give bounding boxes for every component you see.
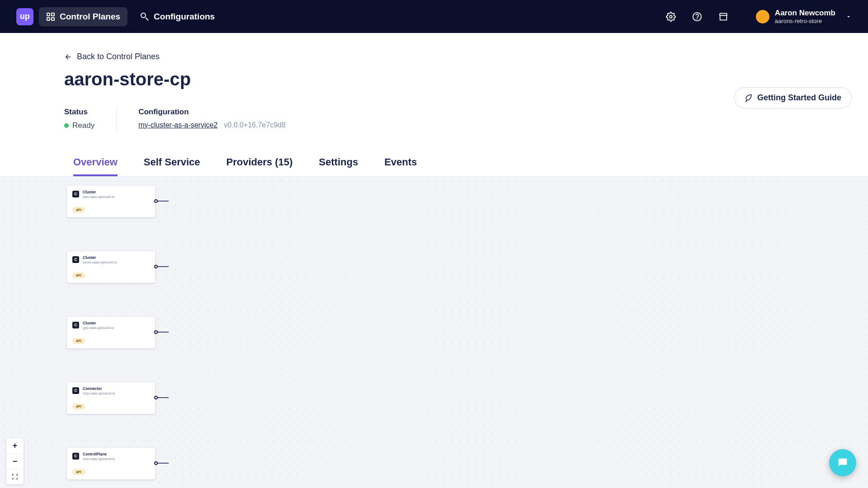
svg-point-5 — [670, 15, 672, 18]
api-badge: API — [72, 469, 85, 475]
configuration-label: Configuration — [138, 108, 286, 117]
node-subtitle: mcp.caas.upbound.io — [83, 391, 115, 395]
nav-configurations[interactable]: Configurations — [133, 7, 222, 26]
node-port-line — [158, 397, 169, 398]
node-port[interactable] — [154, 265, 158, 268]
tab-overview[interactable]: Overview — [73, 156, 118, 176]
settings-gear-icon[interactable] — [662, 8, 680, 26]
node-port-line — [158, 463, 169, 464]
cube-icon: C — [72, 191, 79, 197]
vertical-divider — [116, 108, 117, 133]
tab-self-service[interactable]: Self Service — [144, 156, 200, 176]
user-menu[interactable]: Aaron Newcomb aarons-retro-store — [756, 9, 852, 24]
rocket-icon — [745, 94, 753, 102]
node-port-line — [158, 332, 169, 333]
status-dot-icon — [64, 123, 69, 128]
node-card[interactable]: C Cluster gcp.caas.upbound.io API — [67, 317, 155, 349]
app-logo[interactable]: up — [16, 8, 33, 25]
node-port[interactable] — [154, 461, 158, 465]
chat-icon — [836, 456, 849, 469]
help-icon[interactable] — [688, 8, 706, 26]
nav-control-planes[interactable]: Control Planes — [39, 7, 127, 26]
cube-icon: C — [72, 387, 79, 394]
avatar — [756, 10, 769, 23]
cube-icon: C — [72, 453, 79, 460]
zoom-out-button[interactable]: − — [6, 454, 24, 469]
chevron-down-icon — [845, 14, 852, 20]
app-header: up Control Planes Configurations Aaron N… — [0, 0, 868, 33]
svg-point-4 — [141, 13, 146, 18]
configurations-icon — [140, 12, 149, 21]
status-block: Status Ready — [64, 108, 94, 130]
user-org: aarons-retro-store — [775, 18, 835, 24]
overview-canvas[interactable]: C Cluster aws.caas.upbound.io API C Clus… — [0, 176, 868, 488]
back-link-label: Back to Control Planes — [77, 52, 160, 61]
node-port[interactable] — [154, 330, 158, 334]
node-port[interactable] — [154, 396, 158, 399]
node-port-line — [158, 266, 169, 267]
api-badge: API — [72, 207, 85, 213]
plus-icon: + — [13, 441, 18, 450]
zoom-controls: + − — [6, 438, 24, 484]
zoom-in-button[interactable]: + — [6, 438, 24, 454]
node-title: ControlPlane — [83, 452, 115, 456]
node-subtitle: aws.caas.upbound.io — [83, 195, 114, 199]
configuration-link[interactable]: my-cluster-as-a-service2 — [138, 121, 217, 129]
getting-started-button[interactable]: Getting Started Guide — [734, 87, 852, 108]
fullscreen-button[interactable] — [6, 469, 24, 484]
node-card[interactable]: C Connector mcp.caas.upbound.io API — [67, 382, 155, 414]
cube-icon: C — [72, 322, 79, 328]
nav-configurations-label: Configurations — [154, 12, 215, 22]
node-subtitle: azure.caas.upbound.io — [83, 260, 117, 264]
tab-events[interactable]: Events — [384, 156, 417, 176]
nav-control-planes-label: Control Planes — [60, 12, 120, 22]
cube-icon: C — [72, 256, 79, 263]
fullscreen-icon — [12, 474, 18, 480]
tab-settings[interactable]: Settings — [319, 156, 358, 176]
configuration-block: Configuration my-cluster-as-a-service2 v… — [138, 108, 286, 129]
node-card[interactable]: C Cluster aws.caas.upbound.io API — [67, 186, 155, 218]
status-value: Ready — [72, 121, 94, 130]
api-badge: API — [72, 272, 85, 278]
node-card[interactable]: C Cluster azure.caas.upbound.io API — [67, 251, 155, 283]
svg-rect-1 — [52, 13, 54, 16]
node-card[interactable]: C ControlPlane mcp.caas.upbound.io API — [67, 448, 155, 480]
node-title: Connector — [83, 387, 115, 391]
configuration-version: v0.0.0+16.7e7c9d8 — [224, 121, 286, 129]
getting-started-label: Getting Started Guide — [757, 93, 841, 103]
minus-icon: − — [13, 457, 18, 466]
tab-providers[interactable]: Providers (15) — [226, 156, 293, 176]
node-title: Cluster — [83, 190, 114, 194]
node-port-line — [158, 201, 169, 202]
svg-rect-3 — [52, 18, 54, 20]
node-port[interactable] — [154, 199, 158, 203]
tab-bar: Overview Self Service Providers (15) Set… — [73, 156, 804, 176]
svg-rect-0 — [47, 13, 50, 16]
svg-rect-2 — [47, 18, 50, 20]
api-badge: API — [72, 404, 85, 409]
node-title: Cluster — [83, 256, 117, 260]
chat-bubble-button[interactable] — [829, 449, 856, 476]
svg-point-7 — [697, 19, 697, 19]
page-title: aaron-store-cp — [64, 69, 804, 89]
node-subtitle: mcp.caas.upbound.io — [83, 457, 115, 461]
node-title: Cluster — [83, 321, 114, 325]
node-subtitle: gcp.caas.upbound.io — [83, 326, 114, 330]
status-label: Status — [64, 108, 94, 117]
arrow-left-icon — [64, 53, 72, 61]
marketplace-icon[interactable] — [714, 8, 732, 26]
grid-icon — [46, 12, 55, 21]
back-link[interactable]: Back to Control Planes — [64, 52, 160, 61]
api-badge: API — [72, 338, 85, 344]
user-name: Aaron Newcomb — [775, 9, 835, 18]
